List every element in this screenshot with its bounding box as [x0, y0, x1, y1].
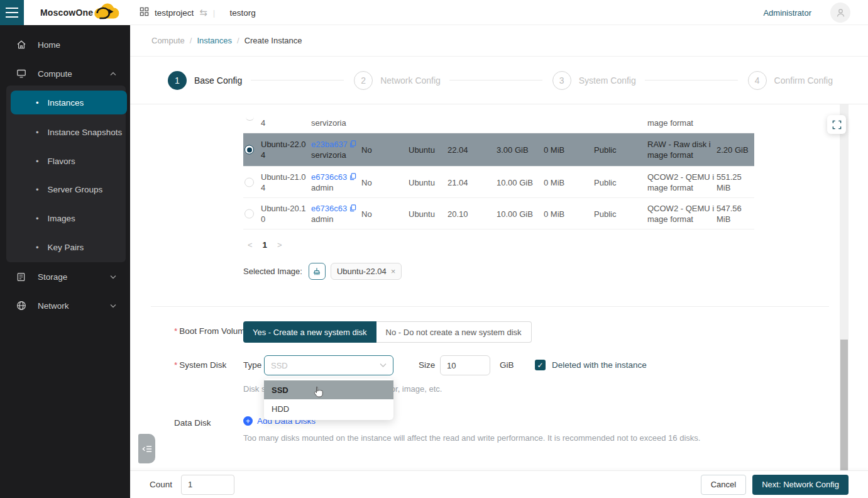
vertical-scrollbar — [840, 104, 849, 470]
hamburger-menu-button[interactable] — [0, 0, 24, 25]
step-4-label: Confirm Config — [774, 75, 833, 86]
copy-icon[interactable] — [349, 140, 356, 148]
switch-project-icon[interactable]: ⇆ — [199, 7, 207, 18]
radio-icon — [246, 117, 254, 121]
boot-yes-button[interactable]: Yes - Create a new system disk — [243, 321, 376, 343]
system-disk-label: *System Disk — [174, 360, 226, 370]
image-owner: servizoria — [311, 118, 346, 128]
remove-tag-icon[interactable]: × — [391, 267, 396, 276]
type-label: Type — [243, 360, 261, 370]
breadcrumb-compute[interactable]: Compute — [151, 36, 185, 45]
copy-icon[interactable] — [349, 204, 356, 212]
image-owner: servizoria — [311, 150, 363, 160]
disk-size-input[interactable] — [440, 355, 490, 375]
step-connector — [449, 80, 542, 80]
sidebar-item-label: Images — [48, 214, 75, 223]
image-id-link[interactable]: e6736c63 — [311, 172, 347, 182]
expand-icon — [832, 120, 842, 130]
org-name[interactable]: testorg — [229, 8, 255, 18]
image-visibility: Public — [594, 177, 616, 187]
delete-with-instance-checkbox[interactable]: ✓ — [535, 360, 546, 370]
sidebar-item-compute[interactable]: Compute — [0, 63, 130, 84]
radio-selected-icon[interactable] — [244, 145, 254, 155]
table-row-ubuntu-2010[interactable]: Ubuntu-20.10 e6736c63 admin No Ubuntu 20… — [243, 198, 754, 230]
pagination: < 1 > — [248, 240, 282, 250]
disk-type-placeholder: SSD — [271, 361, 380, 370]
fullscreen-button[interactable] — [827, 115, 846, 134]
breadcrumb-separator: / — [237, 36, 239, 45]
boot-no-button[interactable]: No - Do not create a new system disk — [376, 321, 532, 343]
image-id-link[interactable]: e6736c63 — [311, 204, 347, 213]
next-page-button[interactable]: > — [277, 240, 282, 250]
selected-image-label: Selected Image: — [243, 267, 302, 276]
sidebar-item-instances[interactable]: • Instances — [11, 91, 127, 114]
step-2-label: Network Config — [380, 75, 441, 86]
cancel-button[interactable]: Cancel — [701, 475, 746, 495]
storage-icon — [16, 272, 26, 282]
sidebar-item-flavors[interactable]: • Flavors — [11, 149, 127, 173]
sidebar-item-storage[interactable]: Storage — [0, 266, 130, 287]
dropdown-option-hdd[interactable]: HDD — [264, 399, 393, 418]
sidebar-item-instance-snapshots[interactable]: • Instance Snapshots — [11, 120, 127, 144]
image-format: RAW - Raw disk image format — [647, 139, 717, 160]
image-os: Ubuntu — [409, 208, 435, 219]
step-4-circle: 4 — [748, 71, 767, 90]
person-icon — [835, 8, 846, 18]
broom-icon — [312, 267, 321, 276]
sidebar-item-label: Server Groups — [48, 185, 103, 194]
disk-type-select[interactable]: SSD — [264, 355, 393, 375]
radio-unselected-icon[interactable] — [244, 177, 254, 187]
brand-name: MoscowOne — [40, 0, 93, 25]
data-disk-help-text: Too many disks mounted on the instance w… — [243, 433, 700, 443]
sidebar-item-network[interactable]: Network — [0, 295, 130, 316]
image-min-ram: 0 MiB — [544, 208, 564, 219]
chevron-down-icon — [380, 363, 387, 368]
image-os: Ubuntu — [409, 177, 435, 187]
section-divider — [151, 306, 829, 307]
table-row-ubuntu-2204[interactable]: Ubuntu-22.04 e23ba637 servizoria No Ubun… — [243, 133, 754, 167]
disk-type-dropdown: SSD HDD — [264, 379, 393, 420]
count-label: Count — [150, 480, 172, 489]
step-connector — [645, 80, 738, 80]
dropdown-option-ssd[interactable]: SSD — [264, 380, 393, 399]
user-menu[interactable]: Administrator — [763, 0, 811, 25]
sidebar-item-server-groups[interactable]: • Server Groups — [11, 177, 127, 201]
hand-cursor-icon — [314, 386, 323, 400]
chevron-up-icon — [110, 70, 116, 77]
bullet-icon: • — [36, 214, 39, 223]
image-id-link[interactable]: e23ba637 — [311, 140, 348, 149]
next-network-config-button[interactable]: Next: Network Config — [752, 475, 849, 495]
bullet-icon: • — [36, 128, 39, 137]
image-visibility: Public — [594, 208, 616, 219]
bullet-icon: • — [36, 185, 39, 194]
count-input[interactable] — [181, 475, 234, 495]
avatar[interactable] — [830, 3, 850, 23]
chevron-down-icon — [110, 302, 116, 309]
page-1-button[interactable]: 1 — [263, 240, 268, 250]
compute-submenu: • Instances • Instance Snapshots • Flavo… — [6, 86, 126, 262]
project-name[interactable]: testproject — [155, 8, 194, 18]
sidebar-item-label: Instance Snapshots — [48, 128, 123, 137]
sidebar-item-home[interactable]: Home — [0, 34, 130, 55]
sidebar-item-label: Compute — [38, 69, 72, 79]
collapse-panel-handle[interactable] — [138, 434, 155, 463]
clear-selection-button[interactable] — [309, 263, 326, 280]
table-row-partial[interactable]: 4 servizoria mage format — [243, 104, 754, 133]
bullet-icon: • — [36, 157, 39, 166]
image-protected: No — [361, 177, 372, 187]
sidebar: Home Compute • Instances • Instance Snap… — [0, 25, 130, 498]
sidebar-item-images[interactable]: • Images — [11, 206, 127, 230]
breadcrumb-instances[interactable]: Instances — [197, 36, 232, 45]
image-name-fragment: 4 — [261, 118, 265, 128]
prev-page-button[interactable]: < — [248, 240, 253, 250]
apps-grid-icon — [140, 7, 149, 18]
header-divider: | — [213, 8, 216, 18]
sidebar-item-key-pairs[interactable]: • Key Pairs — [11, 235, 127, 259]
image-min-ram: 0 MiB — [544, 177, 564, 187]
radio-unselected-icon[interactable] — [244, 209, 254, 218]
chevron-down-icon — [110, 274, 116, 280]
scrollbar-thumb[interactable] — [840, 340, 848, 470]
copy-icon[interactable] — [349, 173, 356, 180]
table-row-ubuntu-2104[interactable]: Ubuntu-21.04 e6736c63 admin No Ubuntu 21… — [243, 167, 754, 198]
sidebar-item-label: Key Pairs — [48, 243, 84, 252]
